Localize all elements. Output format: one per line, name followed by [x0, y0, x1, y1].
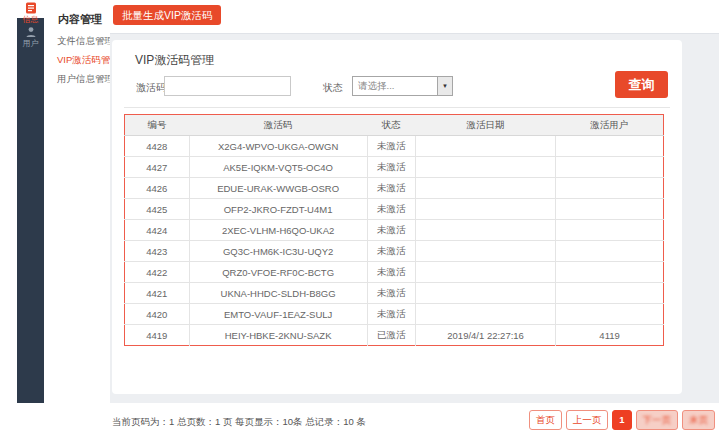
cell-status: 未激活 — [367, 157, 416, 178]
cell-status: 未激活 — [367, 220, 416, 241]
batch-generate-vip-codes-button[interactable]: 批量生成VIP激活码 — [113, 5, 221, 25]
vip-code-admin-page: 信息 用户 内容管理 文件信息管理VIP激活码管理用户信息管理 批量生成VIP激… — [0, 0, 719, 437]
user-icon — [25, 26, 37, 38]
activation-code-label: 激活码 — [136, 81, 166, 95]
cell-date — [416, 199, 556, 220]
pagination-button[interactable]: 上一页 — [566, 410, 609, 430]
cell-code: QRZ0-VFOE-RF0C-BCTG — [189, 262, 367, 283]
menu-item[interactable]: VIP激活码管理 — [57, 54, 110, 67]
column-header: 激活日期 — [416, 115, 556, 136]
pagination-button-label: 1 — [619, 414, 624, 425]
cell-user — [556, 220, 664, 241]
cell-date — [416, 220, 556, 241]
table-row: 4422QRZ0-VFOE-RF0C-BCTG未激活 — [125, 262, 664, 283]
cell-id: 4419 — [125, 325, 190, 346]
cell-id: 4428 — [125, 136, 190, 157]
cell-user — [556, 178, 664, 199]
cell-user — [556, 136, 664, 157]
chevron-down-icon[interactable]: ▼ — [437, 77, 452, 95]
menu-group-title: 内容管理 — [58, 12, 110, 27]
cell-code: EMTO-VAUF-1EAZ-SULJ — [189, 304, 367, 325]
cell-date — [416, 304, 556, 325]
search-button[interactable]: 查询 — [615, 71, 668, 98]
cell-id: 4421 — [125, 283, 190, 304]
cell-user — [556, 199, 664, 220]
sidebar-item-info-label: 信息 — [17, 15, 44, 24]
cell-user — [556, 283, 664, 304]
codes-table: 编号激活码状态激活日期激活用户 4428X2G4-WPVO-UKGA-OWGN未… — [124, 114, 664, 346]
cell-status: 未激活 — [367, 178, 416, 199]
table-row: 4428X2G4-WPVO-UKGA-OWGN未激活 — [125, 136, 664, 157]
pagination-button[interactable]: 下一页 — [636, 410, 679, 430]
cell-date — [416, 136, 556, 157]
cell-code: OFP2-JKRO-FZDT-U4M1 — [189, 199, 367, 220]
cell-date — [416, 157, 556, 178]
sidebar-item-info[interactable]: 信息 — [17, 2, 44, 24]
panel-title: VIP激活码管理 — [135, 52, 214, 69]
table-row: 4419HEIY-HBKE-2KNU-SAZK已激活2019/4/1 22:27… — [125, 325, 664, 346]
secondary-menu: 内容管理 文件信息管理VIP激活码管理用户信息管理 — [44, 0, 110, 437]
message-file-icon — [25, 2, 37, 14]
status-select[interactable]: 请选择... ▼ — [352, 76, 453, 96]
cell-user — [556, 157, 664, 178]
cell-date — [416, 262, 556, 283]
table-row: 4421UKNA-HHDC-SLDH-B8GG未激活 — [125, 283, 664, 304]
cell-date: 2019/4/1 22:27:16 — [416, 325, 556, 346]
pagination-button-label: 下一页 — [643, 414, 672, 425]
menu-list: 文件信息管理VIP激活码管理用户信息管理 — [44, 35, 110, 86]
column-header: 激活码 — [189, 115, 367, 136]
cell-id: 4425 — [125, 199, 190, 220]
pagination-button[interactable]: 1 — [612, 410, 631, 430]
vip-code-panel: VIP激活码管理 激活码 状态 请选择... ▼ 查询 编号激活码状态激活日期激… — [112, 40, 682, 394]
sidebar-item-user-label: 用户 — [17, 39, 44, 48]
column-header: 编号 — [125, 115, 190, 136]
pagination-button-label: 首页 — [536, 414, 555, 425]
pagination-summary: 当前页码为：1 总页数：1 页 每页显示：10条 总记录：10 条 — [112, 416, 366, 429]
table-body: 4428X2G4-WPVO-UKGA-OWGN未激活4427AK5E-IQKM-… — [125, 136, 664, 346]
cell-user — [556, 262, 664, 283]
cell-code: UKNA-HHDC-SLDH-B8GG — [189, 283, 367, 304]
cell-status: 未激活 — [367, 262, 416, 283]
pagination-button[interactable]: 末页 — [682, 410, 715, 430]
table-row: 4426EDUE-URAK-WWGB-OSRO未激活 — [125, 178, 664, 199]
column-header: 状态 — [367, 115, 416, 136]
menu-item[interactable]: 用户信息管理 — [57, 73, 110, 86]
cell-status: 已激活 — [367, 325, 416, 346]
column-header: 激活用户 — [556, 115, 664, 136]
footer-bar: 当前页码为：1 总页数：1 页 每页显示：10条 总记录：10 条 首页上一页1… — [0, 403, 719, 437]
cell-status: 未激活 — [367, 241, 416, 262]
cell-id: 4427 — [125, 157, 190, 178]
cell-status: 未激活 — [367, 283, 416, 304]
pagination-button[interactable]: 首页 — [529, 410, 562, 430]
table-row: 4425OFP2-JKRO-FZDT-U4M1未激活 — [125, 199, 664, 220]
cell-status: 未激活 — [367, 304, 416, 325]
cell-date — [416, 178, 556, 199]
cell-code: X2G4-WPVO-UKGA-OWGN — [189, 136, 367, 157]
cell-user — [556, 304, 664, 325]
cell-id: 4424 — [125, 220, 190, 241]
cell-id: 4426 — [125, 178, 190, 199]
activation-code-input[interactable] — [164, 76, 291, 96]
cell-id: 4422 — [125, 262, 190, 283]
sidebar-item-user[interactable]: 用户 — [17, 26, 44, 48]
pagination: 首页上一页1下一页末页 — [529, 410, 715, 430]
cell-date — [416, 241, 556, 262]
form-divider — [124, 107, 670, 108]
pagination-button-label: 末页 — [689, 414, 708, 425]
cell-code: 2XEC-VLHM-H6QO-UKA2 — [189, 220, 367, 241]
table-row: 4423GQ3C-HM6K-IC3U-UQY2未激活 — [125, 241, 664, 262]
menu-item[interactable]: 文件信息管理 — [57, 35, 110, 48]
table-row: 4427AK5E-IQKM-VQT5-OC4O未激活 — [125, 157, 664, 178]
cell-user — [556, 241, 664, 262]
cell-code: EDUE-URAK-WWGB-OSRO — [189, 178, 367, 199]
cell-status: 未激活 — [367, 136, 416, 157]
icon-sidebar — [17, 18, 44, 422]
cell-code: HEIY-HBKE-2KNU-SAZK — [189, 325, 367, 346]
codes-table-wrap: 编号激活码状态激活日期激活用户 4428X2G4-WPVO-UKGA-OWGN未… — [124, 114, 664, 346]
cell-user: 4119 — [556, 325, 664, 346]
cell-status: 未激活 — [367, 199, 416, 220]
table-header-row: 编号激活码状态激活日期激活用户 — [125, 115, 664, 136]
cell-code: AK5E-IQKM-VQT5-OC4O — [189, 157, 367, 178]
pagination-button-label: 上一页 — [573, 414, 602, 425]
cell-id: 4423 — [125, 241, 190, 262]
